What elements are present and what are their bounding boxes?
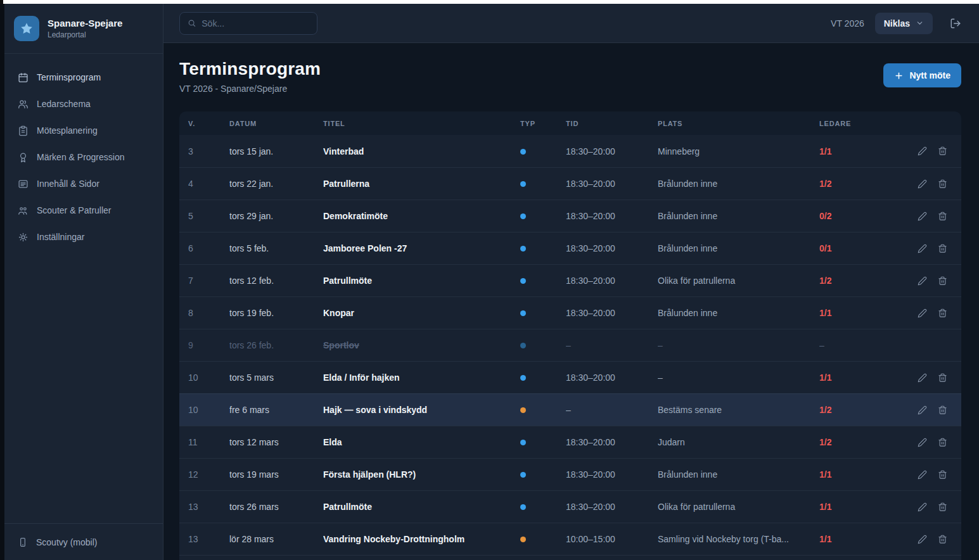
pencil-icon — [918, 179, 927, 189]
sidebar-item-label: Mötesplanering — [37, 125, 98, 136]
plus-icon — [894, 71, 904, 80]
table-row[interactable]: 8 tors 19 feb. Knopar 18:30–20:00 Brålun… — [179, 296, 961, 329]
leaders-cell: 1/1 — [819, 146, 899, 156]
week-cell: 9 — [188, 340, 229, 350]
page-title-block: Terminsprogram VT 2026 - Spanare/Spejare — [179, 59, 321, 94]
table-row[interactable]: 3 tors 15 jan. Vinterbad 18:30–20:00 Min… — [179, 135, 961, 167]
time-cell: 18:30–20:00 — [566, 243, 658, 253]
sidebar-item-label: Märken & Progression — [37, 152, 125, 162]
sidebar-item-4[interactable]: Innehåll & Sidor — [4, 170, 163, 197]
type-dot-icon — [520, 375, 526, 381]
edit-button[interactable] — [918, 179, 927, 189]
sidebar-item-0[interactable]: Terminsprogram — [4, 64, 163, 91]
delete-button[interactable] — [938, 470, 947, 480]
edit-button[interactable] — [918, 405, 927, 415]
table-row[interactable]: 4 tors 22 jan. Patrullerna 18:30–20:00 B… — [179, 167, 961, 200]
sidebar-item-scoutvy-mobil[interactable]: Scoutvy (mobil) — [4, 524, 163, 560]
delete-button[interactable] — [938, 438, 947, 447]
col-type: TYP — [520, 120, 566, 127]
table-row[interactable]: 9 tors 26 feb. Sportlov – – – — [179, 329, 961, 361]
table-row[interactable]: 10 fre 6 mars Hajk — sova i vindskydd – … — [179, 393, 961, 426]
table-row[interactable]: 6 tors 5 feb. Jamboree Polen -27 18:30–2… — [179, 232, 961, 264]
table-row[interactable]: 7 tors 12 feb. Patrullmöte 18:30–20:00 O… — [179, 264, 961, 296]
pencil-icon — [918, 373, 927, 383]
star-icon — [14, 16, 39, 41]
pencil-icon — [918, 470, 927, 480]
type-cell — [520, 437, 566, 447]
leaders-cell: 1/1 — [819, 502, 899, 512]
type-dot-icon — [520, 181, 526, 187]
title-cell: Första hjälpen (HLR?) — [323, 469, 520, 480]
time-cell: 18:30–20:00 — [566, 308, 658, 318]
sidebar-item-1[interactable]: Ledarschema — [4, 91, 163, 117]
week-cell: 4 — [188, 179, 229, 189]
leaders-cell: 1/1 — [819, 372, 899, 383]
title-cell: Demokratimöte — [323, 211, 520, 221]
row-actions — [899, 438, 947, 447]
week-cell: 8 — [188, 308, 229, 318]
delete-button[interactable] — [938, 373, 947, 383]
edit-button[interactable] — [918, 146, 927, 156]
table-row[interactable]: 10 tors 5 mars Elda / Inför hajken 18:30… — [179, 361, 961, 393]
trash-icon — [938, 438, 947, 447]
delete-button[interactable] — [938, 146, 947, 156]
delete-button[interactable] — [938, 179, 947, 189]
trash-icon — [938, 405, 947, 415]
type-dot-icon — [520, 246, 526, 251]
sidebar-item-label: Ledarschema — [37, 99, 91, 109]
row-actions — [899, 535, 947, 544]
col-place: PLATS — [658, 120, 819, 127]
delete-button[interactable] — [938, 405, 947, 415]
logout-button[interactable] — [950, 18, 961, 29]
delete-button[interactable] — [938, 212, 947, 221]
table-row[interactable]: 11 tors 12 mars Elda 18:30–20:00 Judarn … — [179, 426, 961, 458]
edit-button[interactable] — [918, 373, 927, 383]
trash-icon — [938, 276, 947, 286]
sidebar-item-5[interactable]: Scouter & Patruller — [4, 197, 163, 224]
brand-text: Spanare-Spejare Ledarportal — [48, 18, 122, 40]
delete-button[interactable] — [938, 309, 947, 318]
sidebar-item-3[interactable]: Märken & Progression — [4, 144, 163, 170]
type-cell — [520, 179, 566, 189]
trash-icon — [938, 309, 947, 318]
user-menu-button[interactable]: Niklas — [875, 13, 933, 34]
edit-button[interactable] — [918, 502, 927, 512]
table-row[interactable]: 13 tors 26 mars Patrullmöte 18:30–20:00 … — [179, 490, 961, 523]
type-dot-icon — [520, 537, 526, 542]
delete-button[interactable] — [938, 502, 947, 512]
time-cell: 18:30–20:00 — [566, 372, 658, 383]
edit-button[interactable] — [918, 212, 927, 221]
table-row[interactable]: 13 lör 28 mars Vandring Nockeby-Drottnin… — [179, 523, 961, 555]
leaders-cell: 1/2 — [819, 179, 899, 189]
type-cell — [520, 308, 566, 318]
week-cell: 7 — [188, 276, 229, 286]
row-actions — [899, 244, 947, 253]
place-cell: Brålunden inne — [658, 179, 819, 189]
app-window: Spanare-Spejare Ledarportal Terminsprogr… — [4, 4, 979, 560]
delete-button[interactable] — [938, 244, 947, 253]
pencil-icon — [918, 212, 927, 221]
sidebar-item-label: Inställningar — [37, 232, 85, 242]
new-meeting-button[interactable]: Nytt möte — [883, 63, 961, 87]
type-cell — [520, 405, 566, 415]
chevron-down-icon — [916, 19, 924, 27]
table-row[interactable]: 5 tors 29 jan. Demokratimöte 18:30–20:00… — [179, 200, 961, 232]
delete-button[interactable] — [938, 535, 947, 544]
trash-icon — [938, 470, 947, 480]
edit-button[interactable] — [918, 309, 927, 318]
delete-button[interactable] — [938, 276, 947, 286]
edit-button[interactable] — [918, 276, 927, 286]
date-cell: tors 12 mars — [229, 437, 323, 447]
edit-button[interactable] — [918, 470, 927, 480]
edit-button[interactable] — [918, 244, 927, 253]
edit-button[interactable] — [918, 438, 927, 447]
sidebar-item-6[interactable]: Inställningar — [4, 224, 163, 250]
edit-button[interactable] — [918, 535, 927, 544]
sidebar-item-2[interactable]: Mötesplanering — [4, 117, 163, 144]
title-cell: Hajk — sova i vindskydd — [323, 405, 520, 415]
type-cell — [520, 243, 566, 253]
title-cell: Patrullerna — [323, 179, 520, 189]
table-row[interactable]: 12 tors 19 mars Första hjälpen (HLR?) 18… — [179, 458, 961, 490]
date-cell: tors 19 feb. — [229, 308, 323, 318]
search-input[interactable] — [202, 18, 309, 29]
